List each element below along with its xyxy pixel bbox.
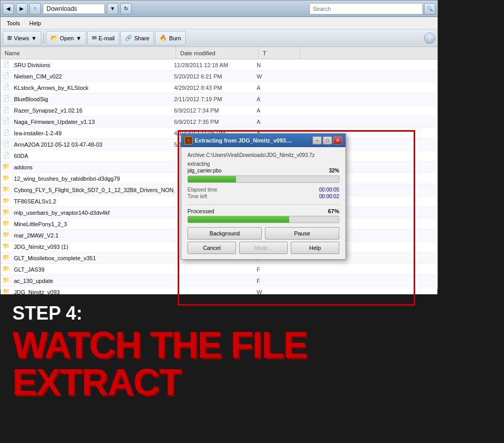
- file-icon: 📁: [3, 243, 12, 251]
- file-name: GLT_JAS39: [14, 266, 174, 273]
- file-icon: 📄: [3, 106, 12, 115]
- list-item[interactable]: 📄SRU Divisions11/28/2011 12:18 AMN: [1, 59, 437, 71]
- file-icon: 📁: [3, 175, 12, 183]
- help-button[interactable]: ?: [424, 33, 435, 44]
- file-icon: 📁: [3, 220, 12, 228]
- file-type: A: [257, 119, 298, 125]
- file-name: ArmA2OA 2012-05-12 03-47-48-03: [14, 141, 174, 148]
- email-icon: ✉: [92, 35, 97, 41]
- dialog-buttons-row1: Background Pause: [187, 227, 339, 240]
- processed-label: Processed: [187, 208, 214, 214]
- file-icon: 📄: [3, 129, 12, 137]
- file-icon: 📁: [3, 209, 12, 217]
- dialog-help-button[interactable]: Help: [291, 242, 339, 254]
- file-name: mar_2MAW_V2.1: [14, 232, 174, 239]
- dialog-separator: [187, 204, 339, 205]
- dialog-maximize-button[interactable]: □: [323, 136, 332, 145]
- file-name: GLT_Missilebox_complete_v351: [14, 255, 174, 261]
- file-type: N: [257, 62, 298, 68]
- file-name: Cyborg_FLY_5_Flight_Stick_SD7_0_1_12_32B…: [14, 187, 174, 193]
- dialog-app-icon: 7: [184, 136, 193, 145]
- dialog-title-bar: 7 Extracting from JDG_Nimitz_v093.... – …: [181, 134, 345, 147]
- forward-button[interactable]: ▶: [16, 3, 27, 14]
- menu-help[interactable]: Help: [25, 19, 45, 27]
- menu-tools[interactable]: Tools: [3, 19, 24, 27]
- file-icon: 📁: [3, 277, 12, 285]
- list-item[interactable]: 📄Razer_Synapse2_v1.02.166/9/2012 7:34 PM…: [1, 105, 437, 116]
- processed-progress-bar-bg: [187, 216, 339, 223]
- file-type: W: [257, 73, 298, 80]
- views-button[interactable]: ⊞ Views ▼: [3, 31, 41, 45]
- column-headers: Name Date modified T: [1, 47, 437, 59]
- open-chevron: ▼: [76, 35, 82, 41]
- refresh-button[interactable]: ↻: [120, 3, 132, 14]
- file-progress-bar-bg: [187, 176, 339, 183]
- timeleft-value: 00:00:02: [319, 194, 339, 199]
- file-name: MineLittlePony1_2_3: [14, 221, 174, 227]
- processed-row: Processed 67%: [187, 208, 339, 214]
- extracting-filename: jdg_carrier.pbo: [187, 168, 222, 173]
- file-date: 6/9/2012 7:34 PM: [174, 107, 257, 114]
- list-item[interactable]: 📄Naga_Firmware_Updater_v1.136/9/2012 7:3…: [1, 116, 437, 128]
- step-label: STEP 4:: [12, 303, 492, 324]
- timeleft-label: Time left: [187, 194, 207, 199]
- file-date: 2/11/2012 7:19 PM: [174, 96, 257, 102]
- elapsed-value: 00:00:05: [319, 187, 339, 193]
- list-item[interactable]: 📄BlueBloodSig2/11/2012 7:19 PMA: [1, 93, 437, 105]
- file-name: Naga_Firmware_Updater_v1.13: [14, 119, 174, 125]
- toolbar-sep-1: [43, 33, 44, 43]
- up-button[interactable]: ↑: [29, 3, 41, 14]
- list-item[interactable]: 📄KLstock_Arrows_by_KLStock4/29/2012 8:43…: [1, 82, 437, 93]
- col-type-header[interactable]: T: [259, 47, 300, 59]
- extracting-label: extracting: [187, 161, 339, 167]
- list-item[interactable]: 📁ac_130_updateF: [1, 275, 437, 287]
- file-progress-bar-fill: [188, 176, 236, 182]
- watch-label: WATCH THE FILE: [12, 326, 492, 363]
- toolbar: ⊞ Views ▼ 📂 Open ▼ ✉ E-mail 🔗 Share 🔥 Bu…: [1, 29, 437, 47]
- background-button[interactable]: Background: [187, 227, 262, 240]
- file-icon: 📁: [3, 163, 12, 171]
- search-button[interactable]: 🔍: [424, 3, 435, 14]
- explorer-title-bar: ◀ ▶ ↑ Downloads ▼ ↻ 🔍: [1, 1, 437, 17]
- open-label: Open: [60, 35, 74, 41]
- dialog-body: Archive C:\Users\Viral\Downloads\JDG_Nim…: [181, 147, 345, 259]
- file-name: SRU Divisions: [14, 62, 174, 68]
- file-name: ac_130_update: [14, 278, 174, 284]
- step-area: STEP 4: WATCH THE FILE EXTRACT: [0, 294, 504, 443]
- col-name-header[interactable]: Name: [1, 47, 176, 59]
- mode-button[interactable]: Mode...: [239, 242, 288, 254]
- breadcrumb[interactable]: Downloads: [43, 4, 105, 14]
- dialog-close-button[interactable]: ✕: [333, 136, 342, 145]
- dialog-minimize-button[interactable]: –: [312, 136, 322, 145]
- file-name: Razer_Synapse2_v1.02.16: [14, 107, 174, 114]
- dialog-title-text: Extracting from JDG_Nimitz_v093....: [195, 137, 310, 144]
- file-type: F: [257, 278, 298, 284]
- burn-button[interactable]: 🔥 Burn: [155, 31, 185, 45]
- file-date: 6/9/2012 7:35 PM: [174, 119, 257, 125]
- cancel-button[interactable]: Cancel: [187, 242, 236, 254]
- share-button[interactable]: 🔗 Share: [120, 31, 154, 45]
- timeleft-row: Time left 00:00:02: [187, 194, 339, 199]
- email-button[interactable]: ✉ E-mail: [87, 31, 119, 45]
- open-button[interactable]: 📂 Open ▼: [46, 31, 86, 45]
- file-icon: 📁: [3, 197, 12, 205]
- list-item[interactable]: 📄Nielsen_CIM_v0225/20/2012 6:21 PMW: [1, 71, 437, 82]
- file-icon: 📄: [3, 140, 12, 149]
- col-date-header[interactable]: Date modified: [176, 47, 259, 59]
- file-name: addons: [14, 164, 174, 170]
- file-icon: 📄: [3, 72, 12, 81]
- file-type: F: [257, 266, 298, 273]
- views-icon: ⊞: [7, 35, 12, 41]
- file-date: 4/29/2012 8:43 PM: [174, 85, 257, 91]
- title-bar-left: ◀ ▶ ↑ Downloads ▼ ↻: [3, 3, 309, 14]
- file-name: KLstock_Arrows_by_KLStock: [14, 85, 174, 91]
- elapsed-row: Elapsed time 00:00:05: [187, 187, 339, 193]
- list-item[interactable]: 📁GLT_JAS39F: [1, 264, 437, 275]
- file-icon: 📁: [3, 265, 12, 274]
- back-button[interactable]: ◀: [3, 3, 14, 14]
- search-input[interactable]: [309, 3, 423, 14]
- pause-button[interactable]: Pause: [265, 227, 339, 240]
- breadcrumb-expand[interactable]: ▼: [107, 3, 118, 14]
- file-icon: 📁: [3, 186, 12, 194]
- file-name: 60DA: [14, 153, 174, 159]
